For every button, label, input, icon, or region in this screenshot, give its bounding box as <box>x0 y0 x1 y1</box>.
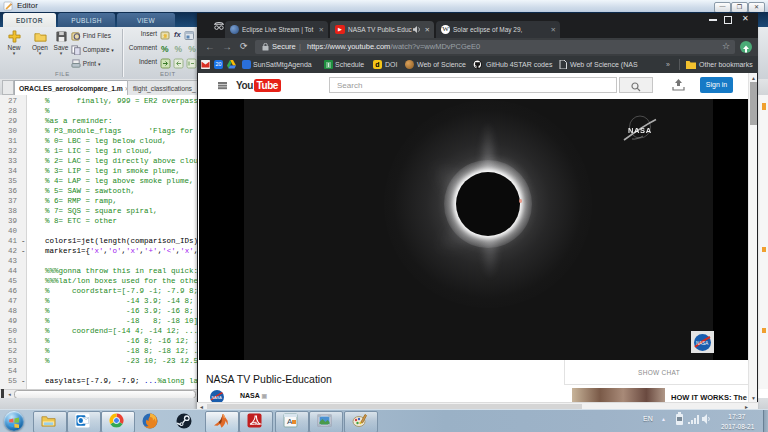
svg-text:NASA: NASA <box>696 341 708 346</box>
svg-text:NASA: NASA <box>212 396 223 400</box>
svg-text:NASA: NASA <box>628 126 652 135</box>
